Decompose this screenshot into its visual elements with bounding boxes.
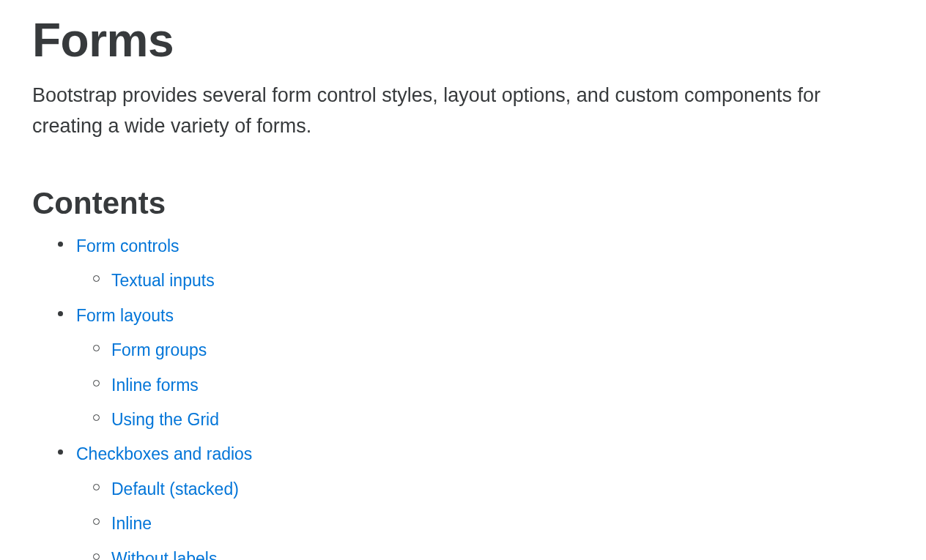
toc-link-checkboxes-and-radios[interactable]: Checkboxes and radios (76, 444, 252, 463)
toc-item: Form controls Textual inputs (62, 231, 894, 296)
table-of-contents: Form controls Textual inputs Form layout… (32, 231, 894, 560)
toc-link-form-layouts[interactable]: Form layouts (76, 306, 174, 325)
toc-item: Checkboxes and radios Default (stacked) … (62, 439, 894, 560)
toc-link-without-labels[interactable]: Without labels (111, 549, 217, 560)
page-lead: Bootstrap provides several form control … (32, 81, 867, 142)
toc-subitem: Using the Grid (97, 405, 894, 435)
toc-link-inline-forms[interactable]: Inline forms (111, 376, 199, 395)
toc-subitem: Form groups (97, 335, 894, 365)
toc-link-form-groups[interactable]: Form groups (111, 340, 207, 359)
toc-sublist: Textual inputs (76, 266, 894, 296)
toc-item: Form layouts Form groups Inline forms Us… (62, 301, 894, 436)
toc-link-form-controls[interactable]: Form controls (76, 236, 179, 255)
toc-subitem: Textual inputs (97, 266, 894, 296)
toc-link-using-the-grid[interactable]: Using the Grid (111, 410, 219, 429)
toc-sublist: Form groups Inline forms Using the Grid (76, 335, 894, 435)
toc-link-inline[interactable]: Inline (111, 514, 152, 533)
toc-sublist: Default (stacked) Inline Without labels (76, 474, 894, 560)
toc-subitem: Inline forms (97, 370, 894, 400)
toc-link-default-stacked[interactable]: Default (stacked) (111, 479, 239, 499)
page-title: Forms (32, 15, 894, 66)
toc-subitem: Without labels (97, 544, 894, 560)
toc-subitem: Inline (97, 509, 894, 539)
toc-subitem: Default (stacked) (97, 474, 894, 504)
contents-heading: Contents (32, 186, 894, 221)
toc-link-textual-inputs[interactable]: Textual inputs (111, 271, 215, 290)
